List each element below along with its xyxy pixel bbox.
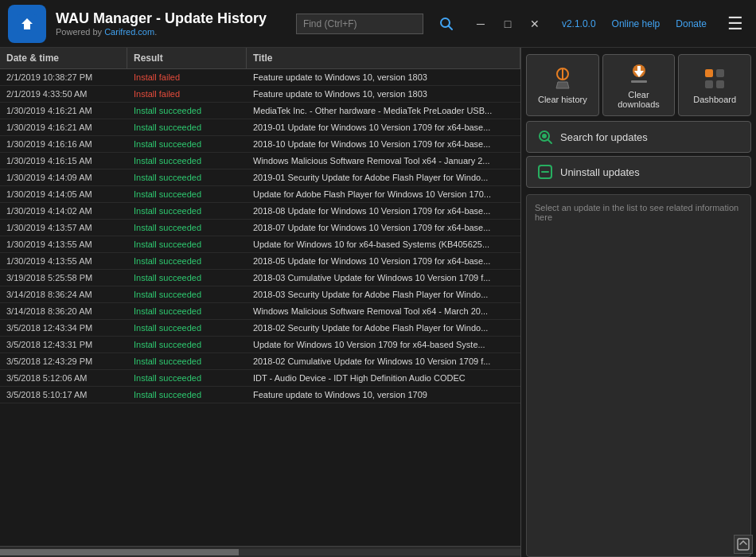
dashboard-icon bbox=[702, 66, 727, 92]
cell-title: 2018-10 Update for Windows 10 Version 17… bbox=[247, 136, 520, 152]
cell-date: 1/30/2019 4:16:15 AM bbox=[0, 153, 127, 169]
cell-result: Install succeeded bbox=[127, 353, 247, 369]
cell-result: Install succeeded bbox=[127, 203, 247, 219]
search-input[interactable] bbox=[296, 14, 423, 34]
cell-result: Install succeeded bbox=[127, 370, 247, 386]
cell-result: Install succeeded bbox=[127, 270, 247, 286]
cell-title: Windows Malicious Software Removal Tool … bbox=[247, 153, 520, 169]
table-row[interactable]: 3/5/2018 5:10:17 AM Install succeeded Fe… bbox=[0, 387, 520, 403]
carifred-link[interactable]: Carifred.com bbox=[104, 27, 154, 37]
cell-result: Install succeeded bbox=[127, 136, 247, 152]
online-help-link[interactable]: Online help bbox=[612, 18, 661, 29]
version-link[interactable]: v2.1.0.0 bbox=[562, 18, 596, 29]
cell-result: Install succeeded bbox=[127, 387, 247, 403]
cell-title: 2018-07 Update for Windows 10 Version 17… bbox=[247, 220, 520, 236]
cell-date: 1/30/2019 4:13:57 AM bbox=[0, 220, 127, 236]
table-row[interactable]: 1/30/2019 4:16:16 AM Install succeeded 2… bbox=[0, 136, 520, 153]
title-text-group: WAU Manager - Update History Powered by … bbox=[56, 10, 267, 37]
cell-title: MediaTek Inc. - Other hardware - MediaTe… bbox=[247, 103, 520, 119]
table-row[interactable]: 3/5/2018 12:43:31 PM Install succeeded U… bbox=[0, 337, 520, 353]
table-row[interactable]: 1/30/2019 4:16:15 AM Install succeeded W… bbox=[0, 153, 520, 169]
window-controls: ─ □ ✕ bbox=[470, 14, 546, 33]
dashboard-label: Dashboard bbox=[693, 95, 736, 104]
search-icon-button[interactable] bbox=[439, 17, 454, 31]
table-row[interactable]: 1/30/2019 4:16:21 AM Install succeeded 2… bbox=[0, 119, 520, 136]
cell-date: 2/1/2019 4:33:50 AM bbox=[0, 86, 127, 102]
action-buttons-row: Clear history Clear downloads bbox=[521, 48, 756, 121]
cell-title: Feature update to Windows 10, version 18… bbox=[247, 86, 520, 102]
col-header-title: Title bbox=[247, 48, 520, 68]
table-row[interactable]: 3/19/2018 5:25:58 PM Install succeeded 2… bbox=[0, 270, 520, 286]
uninstall-updates-icon bbox=[536, 163, 554, 181]
cell-title: Windows Malicious Software Removal Tool … bbox=[247, 303, 520, 319]
clear-downloads-button[interactable]: Clear downloads bbox=[602, 54, 676, 116]
uninstall-updates-button[interactable]: Uninstall updates bbox=[526, 156, 751, 188]
svg-rect-9 bbox=[705, 80, 713, 88]
cell-date: 1/30/2019 4:13:55 AM bbox=[0, 253, 127, 269]
table-row[interactable]: 1/30/2019 4:13:55 AM Install succeeded 2… bbox=[0, 253, 520, 270]
cell-date: 3/19/2018 5:25:58 PM bbox=[0, 270, 127, 286]
clear-downloads-label: Clear downloads bbox=[606, 90, 672, 109]
table-row[interactable]: 3/5/2018 5:12:06 AM Install succeeded ID… bbox=[0, 370, 520, 387]
cell-date: 3/5/2018 12:43:31 PM bbox=[0, 337, 127, 353]
svg-line-2 bbox=[448, 25, 452, 29]
cell-title: 2018-05 Update for Windows 10 Version 17… bbox=[247, 253, 520, 269]
search-updates-button[interactable]: Search for updates bbox=[526, 121, 751, 153]
svg-rect-6 bbox=[631, 80, 647, 83]
svg-rect-7 bbox=[705, 69, 713, 77]
menu-button[interactable]: ☰ bbox=[723, 14, 748, 34]
search-updates-label: Search for updates bbox=[560, 131, 648, 143]
cell-title: Feature update to Windows 10, version 17… bbox=[247, 387, 520, 403]
cell-title: 2019-01 Security Update for Adobe Flash … bbox=[247, 169, 520, 185]
cell-result: Install succeeded bbox=[127, 169, 247, 185]
table-row[interactable]: 1/30/2019 4:14:05 AM Install succeeded U… bbox=[0, 186, 520, 203]
table-row[interactable]: 1/30/2019 4:14:02 AM Install succeeded 2… bbox=[0, 203, 520, 220]
svg-rect-10 bbox=[716, 80, 724, 88]
svg-point-12 bbox=[542, 134, 547, 138]
cell-result: Install failed bbox=[127, 69, 247, 85]
cell-result: Install succeeded bbox=[127, 303, 247, 319]
cell-date: 2/1/2019 10:38:27 PM bbox=[0, 69, 127, 85]
cell-result: Install succeeded bbox=[127, 286, 247, 302]
table-row[interactable]: 2/1/2019 10:38:27 PM Install failed Feat… bbox=[0, 69, 520, 86]
cell-date: 1/30/2019 4:14:09 AM bbox=[0, 169, 127, 185]
horizontal-scrollbar[interactable] bbox=[0, 546, 520, 557]
close-button[interactable]: ✕ bbox=[524, 14, 546, 33]
uninstall-updates-label: Uninstall updates bbox=[560, 166, 640, 178]
minimize-button[interactable]: ─ bbox=[470, 14, 492, 33]
cell-result: Install succeeded bbox=[127, 253, 247, 269]
cell-result: Install succeeded bbox=[127, 119, 247, 135]
table-row[interactable]: 1/30/2019 4:14:09 AM Install succeeded 2… bbox=[0, 169, 520, 186]
cell-title: 2019-01 Update for Windows 10 Version 17… bbox=[247, 119, 520, 135]
table-row[interactable]: 1/30/2019 4:13:57 AM Install succeeded 2… bbox=[0, 220, 520, 236]
table-row[interactable]: 3/14/2018 8:36:24 AM Install succeeded 2… bbox=[0, 286, 520, 303]
cell-title: 2018-08 Update for Windows 10 Version 17… bbox=[247, 203, 520, 219]
titlebar-right: ─ □ ✕ v2.1.0.0 Online help Donate ☰ bbox=[296, 14, 748, 34]
table-row[interactable]: 1/30/2019 4:16:21 AM Install succeeded M… bbox=[0, 103, 520, 119]
col-header-result: Result bbox=[127, 48, 247, 68]
cell-date: 1/30/2019 4:16:21 AM bbox=[0, 119, 127, 135]
cell-result: Install succeeded bbox=[127, 220, 247, 236]
table-row[interactable]: 3/5/2018 12:43:34 PM Install succeeded 2… bbox=[0, 320, 520, 337]
corner-icon[interactable] bbox=[734, 535, 753, 554]
dashboard-button[interactable]: Dashboard bbox=[678, 54, 751, 116]
cell-date: 3/5/2018 12:43:29 PM bbox=[0, 353, 127, 369]
table-row[interactable]: 1/30/2019 4:13:55 AM Install succeeded U… bbox=[0, 236, 520, 253]
right-panel: Clear history Clear downloads bbox=[521, 48, 756, 557]
donate-link[interactable]: Donate bbox=[676, 18, 707, 29]
table-row[interactable]: 3/14/2018 8:36:20 AM Install succeeded W… bbox=[0, 303, 520, 320]
cell-date: 1/30/2019 4:16:21 AM bbox=[0, 103, 127, 119]
cell-title: 2018-02 Cumulative Update for Windows 10… bbox=[247, 353, 520, 369]
table-row[interactable]: 2/1/2019 4:33:50 AM Install failed Featu… bbox=[0, 86, 520, 103]
left-panel: Date & time Result Title 2/1/2019 10:38:… bbox=[0, 48, 521, 557]
cell-result: Install failed bbox=[127, 86, 247, 102]
col-header-date: Date & time bbox=[0, 48, 127, 68]
cell-date: 3/5/2018 12:43:34 PM bbox=[0, 320, 127, 336]
cell-result: Install succeeded bbox=[127, 153, 247, 169]
maximize-button[interactable]: □ bbox=[497, 14, 519, 33]
table-row[interactable]: 3/5/2018 12:43:29 PM Install succeeded 2… bbox=[0, 353, 520, 370]
clear-history-button[interactable]: Clear history bbox=[526, 54, 599, 116]
cell-date: 1/30/2019 4:14:02 AM bbox=[0, 203, 127, 219]
cell-date: 3/14/2018 8:36:20 AM bbox=[0, 303, 127, 319]
cell-date: 1/30/2019 4:16:16 AM bbox=[0, 136, 127, 152]
